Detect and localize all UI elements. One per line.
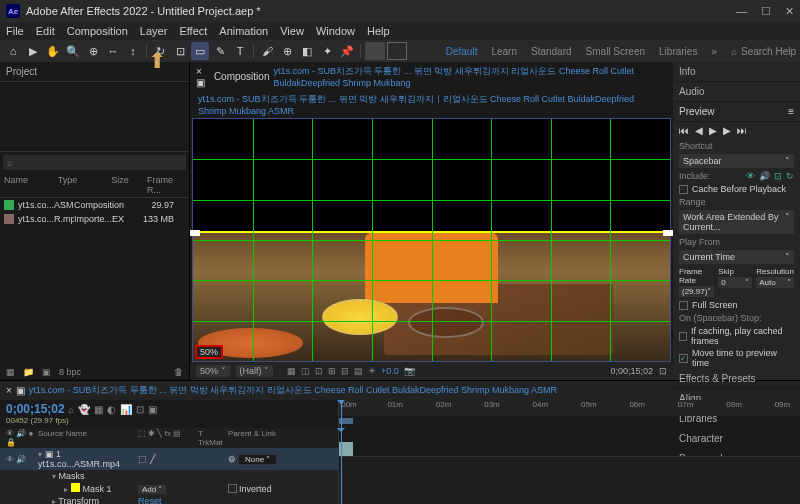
caching-checkbox[interactable] <box>679 332 687 341</box>
snapshot-icon[interactable]: 📷 <box>404 366 415 376</box>
menu-edit[interactable]: Edit <box>36 25 55 37</box>
project-col-type[interactable]: Type <box>58 175 112 195</box>
workspace-standard[interactable]: Standard <box>531 46 572 57</box>
transform-row[interactable]: ▸ Transform Reset <box>0 495 338 504</box>
timeline-close-icon[interactable]: × <box>6 385 12 396</box>
mask-color-swatch[interactable] <box>71 483 80 492</box>
effects-panel-header[interactable]: Effects & Presets <box>673 369 800 389</box>
movetime-checkbox[interactable] <box>679 354 688 363</box>
channel-icon[interactable]: ▤ <box>354 366 363 376</box>
menu-window[interactable]: Window <box>316 25 355 37</box>
shy-icon[interactable]: 👻 <box>78 404 90 415</box>
trash-icon[interactable]: 🗑 <box>174 367 183 377</box>
info-panel-header[interactable]: Info <box>673 62 800 82</box>
track-tool[interactable]: ↕ <box>124 42 142 60</box>
roi-icon[interactable]: ⊡ <box>315 366 323 376</box>
fill-swatch[interactable] <box>365 42 385 60</box>
guides-icon[interactable]: ⊟ <box>341 366 349 376</box>
menu-file[interactable]: File <box>6 25 24 37</box>
pen-tool[interactable]: ✎ <box>211 42 229 60</box>
anchor-tool[interactable]: ⊡ <box>171 42 189 60</box>
next-frame-icon[interactable]: ▶ <box>723 125 731 136</box>
minimize-button[interactable]: — <box>736 5 747 18</box>
zoom-dropdown[interactable]: 50% ˅ <box>196 365 230 377</box>
transparency-icon[interactable]: ▦ <box>287 366 296 376</box>
maximize-button[interactable]: ☐ <box>761 5 771 18</box>
folder-icon[interactable]: 📁 <box>23 367 34 377</box>
workspace-more[interactable]: » <box>711 46 717 57</box>
3d-icon[interactable]: ▣ <box>148 404 157 415</box>
hand-tool[interactable]: ✋ <box>44 42 62 60</box>
playfrom-dropdown[interactable]: Current Time˅ <box>679 250 794 264</box>
menu-composition[interactable]: Composition <box>67 25 128 37</box>
mask-icon[interactable]: ◫ <box>301 366 310 376</box>
layer-row[interactable]: 👁🔊 ▾ ▣ 1 yt1s.co...ASMR.mp4 ⬚ ╱ ⊚ None ˅ <box>0 448 338 470</box>
interpret-icon[interactable]: ▦ <box>6 367 15 377</box>
mask-mode-dropdown[interactable]: Add ˅ <box>138 485 166 494</box>
masks-row[interactable]: ▾ Masks <box>0 470 338 482</box>
resolution-dropdown-pv[interactable]: Auto˅ <box>756 277 794 288</box>
project-item[interactable]: yt1s.co...R.mp4 Importe...EX 133 MB <box>0 212 189 226</box>
audio-toggle-icon[interactable]: 🔊 <box>16 455 25 464</box>
search-layers-input[interactable]: ⌕ <box>68 404 74 415</box>
timeline-comp-name[interactable]: yt1s.com - SUB치즈가득 두툼한 ... 볶면 먹방 새우튀김까지 … <box>29 384 557 397</box>
project-item[interactable]: yt1s.co...ASMR Composition 29.97 <box>0 198 189 212</box>
search-help[interactable]: Search Help <box>741 46 796 57</box>
workspace-small[interactable]: Small Screen <box>586 46 645 57</box>
shape-tool[interactable]: ▭ <box>191 42 209 60</box>
reset-link[interactable]: Reset <box>138 496 162 504</box>
mask1-row[interactable]: ▸ Mask 1 Add ˅ Inverted <box>0 482 338 495</box>
clone-tool[interactable]: ⊕ <box>278 42 296 60</box>
include-video-icon[interactable]: 👁 <box>746 171 755 181</box>
current-timecode[interactable]: 0;00;15;02 <box>6 402 332 416</box>
menu-layer[interactable]: Layer <box>140 25 168 37</box>
parent-dropdown[interactable]: None ˅ <box>238 454 277 465</box>
playhead[interactable] <box>341 400 342 428</box>
twirl-icon[interactable]: ▾ <box>38 450 42 459</box>
project-col-name[interactable]: Name <box>4 175 58 195</box>
comp-name-link[interactable]: yt1s.com - SUB치즈가득 두툼한 ... 볶면 먹방 새우튀김까지 … <box>273 65 667 88</box>
exposure-val[interactable]: +0.0 <box>381 366 399 376</box>
first-frame-icon[interactable]: ⏮ <box>679 125 689 136</box>
shortcut-dropdown[interactable]: Spacebar˅ <box>679 154 794 168</box>
comp-breadcrumb[interactable]: yt1s.com - SUB치즈가득 두툼한 ... 볶면 먹방 새우튀김까지ㅣ… <box>198 94 634 116</box>
motion-blur-icon[interactable]: ◐ <box>107 404 116 415</box>
composition-viewer[interactable]: 50% <box>192 118 671 362</box>
time-ruler[interactable]: :00m 01m 02m 03m 04m 05m 06m 07m 08m 09m <box>338 400 800 428</box>
range-dropdown[interactable]: Work Area Extended By Current...˅ <box>679 210 794 234</box>
rotation-tool[interactable]: ↻ <box>151 42 169 60</box>
workspace-learn[interactable]: Learn <box>491 46 517 57</box>
draft3d-icon[interactable]: ⊡ <box>659 366 667 376</box>
mask-region[interactable] <box>193 119 670 233</box>
roto-tool[interactable]: ✦ <box>318 42 336 60</box>
visibility-icon[interactable]: 👁 <box>6 455 15 464</box>
skip-dropdown[interactable]: 0˅ <box>718 277 752 288</box>
grid-icon[interactable]: ⊞ <box>328 366 336 376</box>
inverted-checkbox[interactable] <box>228 484 237 493</box>
zoom-tool[interactable]: 🔍 <box>64 42 82 60</box>
project-col-size[interactable]: Size <box>111 175 147 195</box>
crop-handle-left[interactable] <box>190 230 200 236</box>
menu-animation[interactable]: Animation <box>219 25 268 37</box>
project-col-fr[interactable]: Frame R... <box>147 175 185 195</box>
play-icon[interactable]: ▶ <box>709 125 717 136</box>
audio-panel-header[interactable]: Audio <box>673 82 800 102</box>
menu-effect[interactable]: Effect <box>179 25 207 37</box>
project-search-input[interactable] <box>3 155 186 170</box>
brush-tool[interactable]: 🖌 <box>258 42 276 60</box>
include-loop-icon[interactable]: ↻ <box>786 171 794 181</box>
fullscreen-checkbox[interactable] <box>679 301 688 310</box>
graph-editor-icon[interactable]: 📊 <box>120 404 132 415</box>
viewer-timecode[interactable]: 0;00;15;02 <box>610 366 653 376</box>
text-tool[interactable]: T <box>231 42 249 60</box>
zoom-indicator[interactable]: 50% <box>195 345 223 359</box>
workspace-default[interactable]: Default <box>446 46 478 57</box>
selection-tool[interactable]: ▶ <box>24 42 42 60</box>
bpc-button[interactable]: 8 bpc <box>59 367 81 377</box>
last-frame-icon[interactable]: ⏭ <box>737 125 747 136</box>
workspace-libraries[interactable]: Libraries <box>659 46 697 57</box>
stroke-swatch[interactable] <box>387 42 407 60</box>
close-button[interactable]: ✕ <box>785 5 794 18</box>
crop-handle-right[interactable] <box>663 230 673 236</box>
prev-frame-icon[interactable]: ◀ <box>695 125 703 136</box>
